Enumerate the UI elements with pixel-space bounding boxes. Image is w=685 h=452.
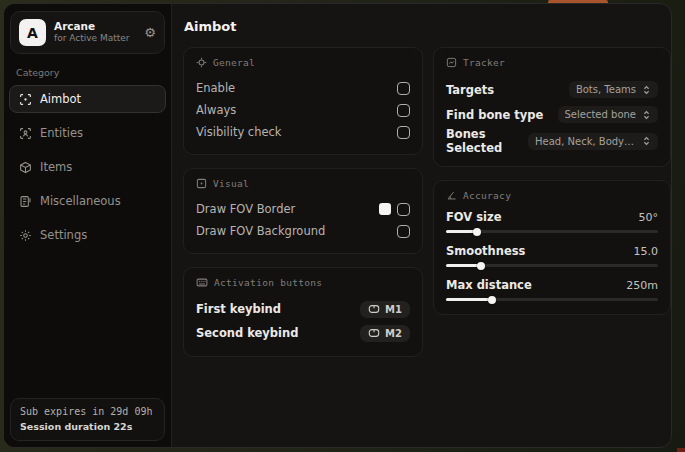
visibility-check-checkbox[interactable] [397,126,410,139]
slider-thumb[interactable] [477,262,485,270]
draw-fov-background-checkbox[interactable] [397,225,410,238]
card-title: Activation buttons [214,277,322,288]
enable-checkbox[interactable] [397,82,410,95]
card-title: General [213,57,255,68]
select-value: Head, Neck, Body, Pe.. [535,136,636,147]
session-duration-text: Session duration 22s [20,421,155,432]
keyboard-icon [196,277,208,288]
slider-label: FOV size [446,210,502,224]
sidebar-item-entities[interactable]: Entities [9,119,166,147]
sidebar-item-miscellaneous[interactable]: Miscellaneous [9,187,166,215]
sidebar-item-label: Settings [40,228,87,242]
app-header: A Arcane for Active Matter ⚙ [10,11,165,54]
select-row-find-bone-type: Find bone type Selected bone [446,102,658,127]
sidebar-item-aimbot[interactable]: Aimbot [9,85,166,113]
accuracy-card: Accuracy FOV size 50° [433,180,671,315]
select-value: Selected bone [565,109,636,120]
app-logo: A [19,19,46,46]
sidebar-item-settings[interactable]: Settings [9,221,166,249]
crosshair-icon [196,57,207,68]
app-name: Arcane [54,20,136,33]
toggle-row-draw-fov-border: Draw FOV Border [196,198,410,220]
slider-row-max-distance: Max distance 250m [446,278,658,301]
find-bone-type-select[interactable]: Selected bone [558,106,658,123]
mouse-icon [368,304,380,314]
slider-thumb[interactable] [488,296,496,304]
toggle-row-visibility-check: Visibility check [196,121,410,143]
sidebar-item-label: Entities [40,126,83,140]
slider-value: 250m [626,279,658,292]
keybind-row-first: First keybind M1 [196,297,410,321]
unfold-icon [642,110,651,120]
mouse-icon [368,328,380,338]
toggle-label: Draw FOV Background [196,224,325,238]
slider-value: 15.0 [634,245,659,258]
card-title: Accuracy [463,190,511,201]
unfold-icon [642,85,651,95]
person-scan-icon [18,126,32,140]
keybind-label: First keybind [196,302,281,316]
sidebar: A Arcane for Active Matter ⚙ Category Ai… [4,4,172,447]
page-title: Aimbot [184,19,660,34]
select-value: Bots, Teams [576,84,636,95]
slider-row-fov-size: FOV size 50° [446,210,658,233]
keybind-value: M1 [385,304,402,315]
angle-icon [446,190,457,201]
bones-selected-select[interactable]: Head, Neck, Body, Pe.. [528,133,658,150]
unfold-icon [642,136,651,146]
crosshair-scan-icon [18,92,32,106]
first-keybind-button[interactable]: M1 [360,301,410,318]
card-title: Tracker [463,57,505,68]
app-subtitle: for Active Matter [54,33,136,44]
game-background-red-patch [677,448,685,452]
second-keybind-button[interactable]: M2 [360,325,410,342]
card-title: Visual [213,178,249,189]
keybind-value: M2 [385,328,402,339]
image-frame-icon [196,178,207,189]
max-distance-slider[interactable] [446,298,658,301]
keybind-label: Second keybind [196,326,298,340]
sidebar-item-items[interactable]: Items [9,153,166,181]
slider-row-smoothness: Smoothness 15.0 [446,244,658,267]
select-label: Find bone type [446,108,543,122]
sidebar-item-label: Aimbot [40,92,81,106]
targets-select[interactable]: Bots, Teams [569,81,658,98]
toggle-label: Visibility check [196,125,282,139]
tracker-card: Tracker Targets Bots, Teams Find bone ty… [433,47,671,167]
toggle-row-always: Always [196,99,410,121]
select-row-bones-selected: Bones Selected Head, Neck, Body, Pe.. [446,127,658,155]
select-row-targets: Targets Bots, Teams [446,77,658,102]
toggle-label: Always [196,103,236,117]
settings-gear-icon[interactable]: ⚙ [144,26,156,39]
select-label: Bones Selected [446,127,528,155]
cheat-menu-window: A Arcane for Active Matter ⚙ Category Ai… [3,3,672,448]
toggle-label: Enable [196,81,235,95]
draw-fov-border-checkbox[interactable] [397,203,410,216]
keybind-row-second: Second keybind M2 [196,321,410,345]
visual-card: Visual Draw FOV Border Draw FOV Backgrou… [183,168,423,254]
fov-border-color-swatch[interactable] [379,203,391,215]
slider-value: 50° [639,211,659,224]
slider-label: Max distance [446,278,532,292]
gear-icon [18,228,32,242]
sidebar-nav: Aimbot Entities [4,85,171,249]
general-card: General Enable Always Visibility check [183,47,423,155]
fov-size-slider[interactable] [446,230,658,233]
always-checkbox[interactable] [397,104,410,117]
select-label: Targets [446,83,494,97]
toggle-label: Draw FOV Border [196,202,295,216]
slider-label: Smoothness [446,244,525,258]
sidebar-item-label: Miscellaneous [40,194,121,208]
subscription-info-box: Sub expires in 29d 09h Session duration … [10,398,165,441]
sub-expires-text: Sub expires in 29d 09h [20,406,155,417]
radar-icon [446,57,457,68]
toggle-row-enable: Enable [196,77,410,99]
cube-icon [18,160,32,174]
main-content: Aimbot General Enable [172,4,671,447]
smoothness-slider[interactable] [446,264,658,267]
slider-thumb[interactable] [473,228,481,236]
toggle-row-draw-fov-background: Draw FOV Background [196,220,410,242]
category-label: Category [16,67,159,78]
list-icon [18,194,32,208]
activation-buttons-card: Activation buttons First keybind M1 [183,267,423,357]
